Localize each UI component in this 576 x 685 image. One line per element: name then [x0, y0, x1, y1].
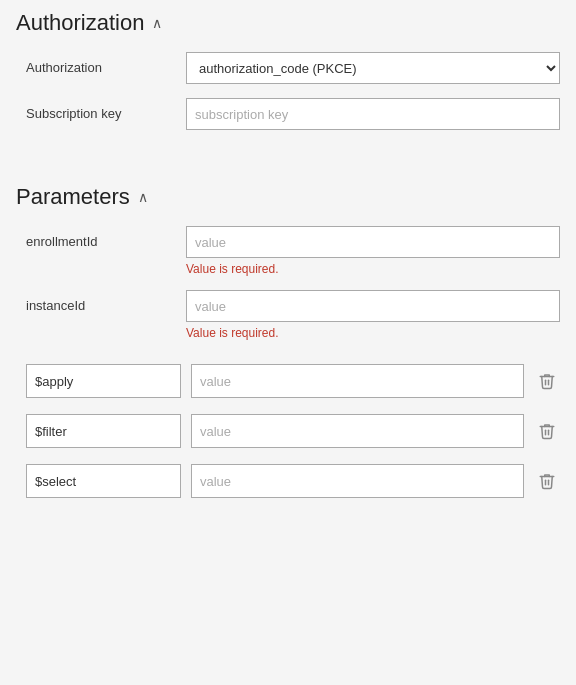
select-trash-icon	[538, 471, 556, 491]
subscription-row: Subscription key	[16, 98, 560, 130]
parameters-header: Parameters ∧	[16, 184, 560, 210]
authorization-header: Authorization ∧	[16, 10, 560, 36]
enrollmentid-input[interactable]	[186, 226, 560, 258]
filter-delete-button[interactable]	[534, 419, 560, 443]
instanceid-label: instanceId	[26, 290, 186, 313]
authorization-title: Authorization	[16, 10, 144, 36]
apply-row	[16, 364, 560, 398]
parameters-chevron[interactable]: ∧	[138, 189, 148, 205]
parameters-section: Parameters ∧ enrollmentId Value is requi…	[16, 184, 560, 498]
authorization-chevron[interactable]: ∧	[152, 15, 162, 31]
enrollmentid-row: enrollmentId Value is required.	[16, 226, 560, 276]
instanceid-input[interactable]	[186, 290, 560, 322]
apply-key-input[interactable]	[26, 364, 181, 398]
authorization-section: Authorization ∧ Authorization authorizat…	[16, 10, 560, 130]
authorization-label: Authorization	[26, 52, 186, 75]
enrollmentid-error: Value is required.	[186, 262, 560, 276]
apply-delete-button[interactable]	[534, 369, 560, 393]
select-key-input[interactable]	[26, 464, 181, 498]
subscription-control	[186, 98, 560, 130]
parameters-title: Parameters	[16, 184, 130, 210]
select-value-input[interactable]	[191, 464, 524, 498]
instanceid-error: Value is required.	[186, 326, 560, 340]
authorization-select[interactable]: authorization_code (PKCE) client_credent…	[186, 52, 560, 84]
authorization-row: Authorization authorization_code (PKCE) …	[16, 52, 560, 84]
enrollmentid-control: Value is required.	[186, 226, 560, 276]
filter-key-input[interactable]	[26, 414, 181, 448]
filter-value-input[interactable]	[191, 414, 524, 448]
apply-trash-icon	[538, 371, 556, 391]
select-delete-button[interactable]	[534, 469, 560, 493]
instanceid-control: Value is required.	[186, 290, 560, 340]
subscription-label: Subscription key	[26, 98, 186, 121]
subscription-input[interactable]	[186, 98, 560, 130]
select-row	[16, 464, 560, 498]
authorization-control: authorization_code (PKCE) client_credent…	[186, 52, 560, 84]
filter-row	[16, 414, 560, 448]
enrollmentid-label: enrollmentId	[26, 226, 186, 249]
filter-trash-icon	[538, 421, 556, 441]
apply-value-input[interactable]	[191, 364, 524, 398]
instanceid-row: instanceId Value is required.	[16, 290, 560, 340]
